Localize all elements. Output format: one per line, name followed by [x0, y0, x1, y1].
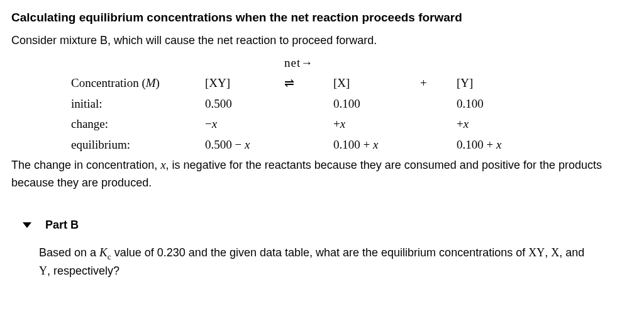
equilibrium-x: 0.100 + x [333, 135, 420, 156]
spacer [11, 191, 633, 217]
change-label: change: [71, 114, 205, 135]
explanation-text: The change in concentration, x, is negat… [11, 156, 633, 191]
q-comma1: , [545, 246, 551, 259]
intro-text: Consider mixture B, which will cause the… [11, 32, 633, 49]
page-container: Calculating equilibrium concentrations w… [0, 0, 644, 288]
q-x: X [551, 246, 559, 259]
equilibrium-arrows-icon: ⇌ [284, 73, 333, 94]
equilibrium-label: equilibrium: [71, 135, 205, 156]
initial-x: 0.100 [333, 94, 420, 115]
ice-table: net→ Concentration (M) [XY] ⇌ [X] + [Y] … [71, 53, 531, 156]
initial-label: initial: [71, 94, 205, 115]
equilibrium-xy: 0.500 − x [205, 135, 284, 156]
q-pre: Based on a [39, 246, 99, 259]
conc-label: Concentration (M) [71, 73, 205, 94]
change-y: +x [457, 114, 531, 135]
question-text: Based on a Kc value of 0.230 and the giv… [39, 244, 595, 280]
q-xy: XY [528, 246, 545, 259]
header-plus: + [420, 73, 457, 94]
equilibrium-y: 0.100 + x [457, 135, 531, 156]
change-xy: −x [205, 114, 284, 135]
change-x: +x [333, 114, 420, 135]
q-end: , respectively? [47, 265, 119, 277]
initial-y: 0.100 [457, 94, 531, 115]
table-header-row: Concentration (M) [XY] ⇌ [X] + [Y] [71, 73, 531, 94]
equilibrium-row: equilibrium: 0.500 − x 0.100 + x 0.100 +… [71, 135, 531, 156]
chevron-down-icon [23, 222, 31, 228]
initial-xy: 0.500 [205, 94, 284, 115]
q-mid: value of 0.230 and the given data table,… [111, 246, 528, 259]
q-y: Y [39, 265, 47, 277]
part-b-header[interactable]: Part B [23, 217, 633, 234]
section-heading: Calculating equilibrium concentrations w… [11, 9, 633, 27]
header-y: [Y] [457, 73, 531, 94]
part-b-label: Part B [45, 217, 79, 234]
header-x: [X] [333, 73, 420, 94]
net-row: net→ [71, 53, 531, 74]
explain-pre: The change in concentration, [11, 159, 160, 171]
initial-row: initial: 0.500 0.100 0.100 [71, 94, 531, 115]
header-xy: [XY] [205, 73, 284, 94]
explain-var: x [160, 158, 165, 171]
kc-k: K [99, 246, 108, 259]
right-arrow-icon: → [301, 56, 313, 69]
net-label: net [284, 56, 301, 69]
q-comma2: , and [559, 246, 584, 259]
change-row: change: −x +x +x [71, 114, 531, 135]
